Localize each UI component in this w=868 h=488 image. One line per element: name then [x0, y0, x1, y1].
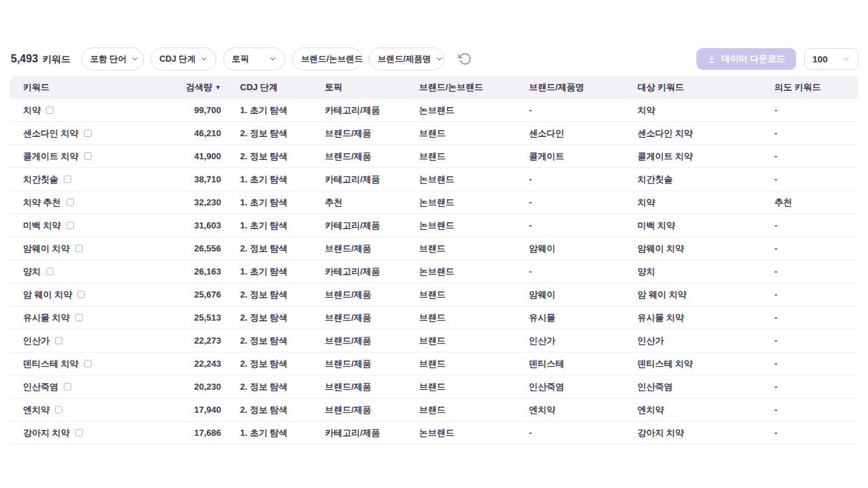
table-row: 치약 추천32,2301. 초기 탐색추천논브랜드-치약추천	[9, 191, 859, 214]
column-header-brand-nonbrand[interactable]: 브랜드/논브랜드	[406, 81, 515, 94]
cell: 논브랜드	[406, 220, 515, 232]
keyword-cell: 암 웨이 치약	[9, 289, 172, 301]
keyword-checkbox-icon[interactable]	[84, 152, 92, 160]
cell: 22,273	[172, 336, 226, 346]
cell: 강아지 치약	[624, 427, 761, 439]
cell: 브랜드/제품	[311, 358, 406, 370]
table-row: 암웨이 치약26,5562. 정보 탐색브랜드/제품브랜드암웨이암웨이 치약-	[9, 237, 859, 260]
page-size-select[interactable]: 100	[804, 48, 859, 70]
cell: -	[761, 105, 859, 115]
keyword-checkbox-icon[interactable]	[55, 337, 62, 344]
keyword-checkbox-icon[interactable]	[64, 176, 71, 183]
keyword-cell: 센소다인 치약	[9, 127, 172, 140]
keyword-text: 센소다인 치약	[23, 127, 79, 140]
cell: 엔치약	[515, 404, 624, 416]
keyword-cell: 미백 치약	[9, 220, 172, 232]
cell: 2. 정보 탐색	[226, 381, 311, 393]
data-download-button[interactable]: 데이터 다운로드	[696, 48, 796, 70]
keyword-cell: 치간칫솔	[9, 174, 172, 186]
keyword-checkbox-icon[interactable]	[75, 245, 83, 252]
cell: 치약	[624, 104, 761, 117]
filter-brand-nonbrand[interactable]: 브랜드/논브랜드	[292, 47, 362, 70]
keyword-checkbox-icon[interactable]	[75, 314, 83, 321]
cell: 2. 정보 탐색	[226, 289, 311, 301]
keyword-checkbox-icon[interactable]	[66, 199, 74, 206]
keyword-checkbox-icon[interactable]	[84, 360, 92, 367]
cell: 브랜드/제품	[311, 289, 406, 301]
cell: 센소다인 치약	[624, 127, 761, 140]
column-header-keyword[interactable]: 키워드	[9, 81, 172, 94]
reset-filters-button[interactable]	[456, 51, 473, 67]
keyword-checkbox-icon[interactable]	[55, 406, 62, 413]
keyword-text: 덴티스테 치약	[23, 358, 79, 370]
cell: 브랜드	[406, 150, 515, 163]
table-header-row: 키워드 검색량 ▼ CDJ 단계 토픽 브랜드/논브랜드 브랜드/제품명 대상 …	[9, 76, 859, 99]
keyword-checkbox-icon[interactable]	[84, 129, 92, 137]
cell: 브랜드/제품	[311, 312, 406, 324]
cell: 덴티스테	[515, 358, 624, 370]
keyword-text: 치약 추천	[23, 197, 61, 209]
data-download-label: 데이터 다운로드	[721, 53, 785, 65]
keyword-checkbox-icon[interactable]	[46, 106, 54, 114]
cell: 38,710	[172, 174, 226, 184]
keyword-checkbox-icon[interactable]	[46, 268, 54, 275]
refresh-icon	[458, 52, 471, 66]
cell: 암웨이	[515, 289, 624, 301]
cell: 1. 초기 탐색	[226, 220, 311, 232]
column-header-topic[interactable]: 토픽	[311, 81, 406, 94]
cell: 카테고리/제품	[311, 174, 406, 186]
table-row: 미백 치약31,6031. 초기 탐색카테고리/제품논브랜드-미백 치약-	[9, 214, 859, 237]
cell: 2. 정보 탐색	[226, 358, 311, 370]
keyword-count-label: 키워드	[42, 54, 71, 66]
cell: 2. 정보 탐색	[226, 404, 311, 416]
cell: 카테고리/제품	[311, 427, 406, 439]
keyword-text: 암웨이 치약	[23, 243, 70, 255]
cell: 인산가	[515, 335, 624, 347]
cell: 브랜드	[406, 289, 515, 301]
cell: 41,900	[172, 151, 226, 161]
table-row: 양치26,1631. 초기 탐색카테고리/제품논브랜드-양치-	[9, 260, 859, 283]
column-header-intent-keyword[interactable]: 의도 키워드	[761, 81, 859, 94]
keyword-checkbox-icon[interactable]	[64, 383, 71, 390]
table-row: 유시몰 치약25,5132. 정보 탐색브랜드/제품브랜드유시몰유시몰 치약-	[9, 306, 859, 329]
cell: -	[515, 197, 624, 207]
cell: 17,940	[172, 405, 226, 415]
column-header-search-volume[interactable]: 검색량 ▼	[172, 81, 226, 94]
filter-cdj-stage[interactable]: CDJ 단계	[151, 47, 216, 70]
cell: -	[761, 428, 859, 438]
cell: 46,210	[172, 128, 226, 138]
cell: 미백 치약	[624, 220, 761, 232]
keyword-checkbox-icon[interactable]	[75, 429, 83, 436]
column-header-target-keyword[interactable]: 대상 키워드	[624, 81, 761, 94]
keyword-cell: 인산가	[9, 335, 172, 347]
keyword-text: 양치	[23, 266, 41, 278]
cell: -	[761, 128, 859, 138]
column-header-cdj-stage[interactable]: CDJ 단계	[226, 81, 311, 94]
cell: -	[761, 243, 859, 253]
cell: 1. 초기 탐색	[226, 197, 311, 209]
filter-topic[interactable]: 토픽	[223, 47, 285, 70]
cell: 암웨이 치약	[624, 243, 761, 255]
cell: 논브랜드	[406, 427, 515, 439]
cell: -	[761, 151, 859, 161]
column-header-brand-product[interactable]: 브랜드/제품명	[515, 81, 624, 94]
keyword-checkbox-icon[interactable]	[66, 222, 74, 229]
chevron-down-icon	[269, 55, 277, 63]
cell: 유시몰 치약	[624, 312, 761, 324]
filter-brand-product[interactable]: 브랜드/제품명	[369, 47, 444, 70]
sort-desc-icon[interactable]: ▼	[215, 85, 221, 91]
filter-included-words[interactable]: 포함 단어	[81, 47, 144, 70]
cell: 치간칫솔	[624, 174, 761, 186]
chevron-down-icon	[200, 55, 208, 63]
chevron-down-icon	[842, 55, 850, 63]
keyword-checkbox-icon[interactable]	[77, 291, 85, 298]
keyword-text: 미백 치약	[23, 220, 61, 232]
keyword-cell: 강아지 치약	[9, 427, 172, 439]
cell: 인산가	[624, 335, 761, 347]
keyword-cell: 치약 추천	[9, 197, 172, 209]
cell: 브랜드/제품	[311, 381, 406, 393]
cell: 2. 정보 탐색	[226, 127, 311, 140]
download-icon	[707, 55, 716, 64]
keyword-count: 5,493 키워드	[11, 53, 71, 66]
table-row: 센소다인 치약46,2102. 정보 탐색브랜드/제품브랜드센소다인센소다인 치…	[9, 122, 859, 145]
